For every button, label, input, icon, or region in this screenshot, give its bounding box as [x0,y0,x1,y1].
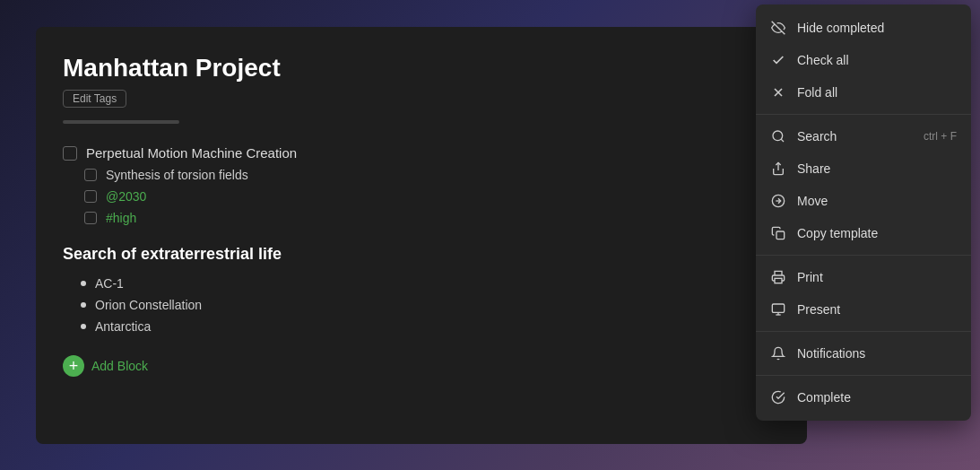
menu-label-notifications: Notifications [797,346,957,361]
bell-icon [770,345,786,361]
menu-label-share: Share [797,161,957,176]
menu-item-share[interactable]: Share [756,152,971,185]
menu-label-print: Print [797,270,957,284]
list-item-label: AC-1 [95,276,124,291]
add-block-label: Add Block [91,359,148,373]
svg-rect-8 [776,231,785,239]
x-icon [770,84,786,100]
menu-label-hide-completed: Hide completed [797,21,957,35]
search-icon [770,128,786,144]
task-label: Perpetual Motion Machine Creation [86,145,297,161]
menu-divider-1 [756,114,971,115]
task-section-1: Perpetual Motion Machine Creation Synthe… [63,142,780,229]
menu-item-fold-all[interactable]: Fold all [756,76,971,109]
bullet-icon [81,281,86,286]
menu-label-complete: Complete [797,390,957,405]
menu-item-move[interactable]: Move [756,185,971,217]
bullet-icon [81,324,86,329]
svg-point-3 [773,131,783,141]
menu-item-print[interactable]: Print [756,261,971,293]
bullet-icon [81,302,86,308]
menu-divider-3 [756,331,971,332]
menu-item-check-all[interactable]: Check all [756,44,971,76]
search-shortcut: ctrl + F [924,130,957,143]
list-item: AC-1 [63,273,780,294]
task-checkbox[interactable] [84,169,97,181]
menu-item-search[interactable]: Search ctrl + F [756,120,971,152]
menu-label-check-all: Check all [797,53,957,67]
list-item: Orion Constellation [63,294,780,316]
progress-bar [63,120,179,124]
edit-tags-button[interactable]: Edit Tags [63,90,126,108]
menu-item-notifications[interactable]: Notifications [756,337,971,370]
menu-label-present: Present [797,302,957,317]
print-icon [770,269,786,285]
eye-off-icon [770,20,786,36]
main-panel: Manhattan Project Edit Tags Perpetual Mo… [36,27,807,444]
task-label: Synthesis of torsion fields [106,168,248,182]
menu-label-move: Move [797,194,957,208]
project-title: Manhattan Project [63,54,780,83]
check-icon [770,52,786,68]
svg-rect-10 [772,304,784,312]
menu-label-copy-template: Copy template [797,226,957,240]
move-icon [770,193,786,209]
menu-item-present[interactable]: Present [756,293,971,326]
section-title: Search of extraterrestrial life [63,245,780,264]
share-icon [770,161,786,177]
task-item: @2030 [63,186,780,207]
menu-item-copy-template[interactable]: Copy template [756,217,971,249]
list-item-label: Antarctica [95,319,151,334]
list-item: Antarctica [63,316,780,337]
task-checkbox[interactable] [84,190,97,203]
context-menu: Hide completed Check all Fold all Search [756,4,971,421]
task-item: Synthesis of torsion fields [63,164,780,186]
monitor-icon [770,301,786,318]
list-item-label: Orion Constellation [95,298,202,312]
task-checkbox[interactable] [84,212,97,224]
bullet-list: AC-1 Orion Constellation Antarctica [63,273,780,337]
menu-item-complete[interactable]: Complete [756,381,971,413]
task-checkbox[interactable] [63,146,77,161]
menu-divider-4 [756,375,971,376]
check-circle-icon [770,389,786,405]
svg-line-4 [781,139,784,142]
add-block-button[interactable]: + Add Block [63,355,780,377]
menu-divider-2 [756,255,971,256]
task-label-tag: @2030 [106,189,146,204]
task-item: #high [63,207,780,229]
menu-item-hide-completed[interactable]: Hide completed [756,12,971,44]
task-item: Perpetual Motion Machine Creation [63,142,780,164]
copy-icon [770,225,786,241]
menu-label-fold-all: Fold all [797,85,957,100]
task-label-tag: #high [106,211,136,225]
add-block-icon: + [63,355,84,377]
svg-rect-9 [775,278,782,283]
